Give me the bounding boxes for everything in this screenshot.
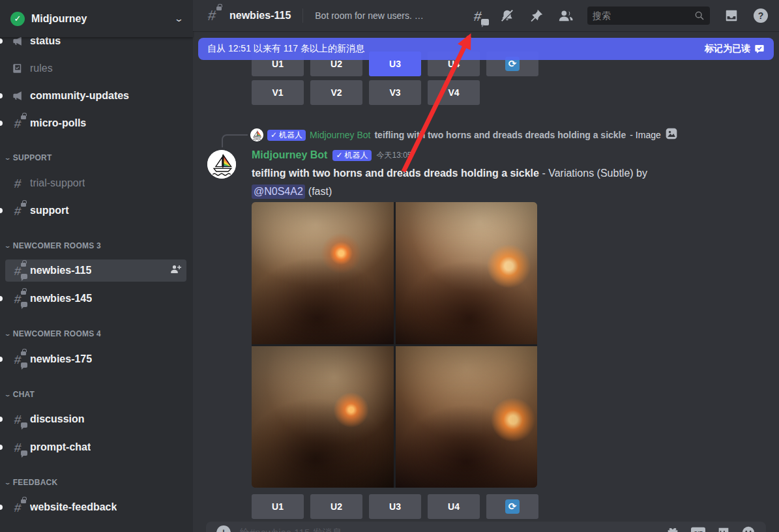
channel-topic[interactable]: Bot room for new users. … [315,10,424,21]
gif-picker-icon[interactable]: GIF [690,525,706,532]
category-support[interactable]: ⌄ SUPPORT [5,151,186,164]
hash-thread-icon: # [10,412,25,426]
server-header[interactable]: ✓ Midjourney ⌄ [0,0,193,37]
hash-lock-icon: # [10,500,25,514]
discord-app-window: status rules community-updates # micro-p… [0,0,779,532]
refresh-icon: ⟳ [505,499,520,514]
hash-lock-icon: # [10,203,25,218]
message-author[interactable]: Midjourney Bot [252,149,327,161]
megaphone-icon [10,89,25,103]
generated-image-quadrant-1[interactable] [252,202,394,344]
composer-icons: GIF [666,525,756,532]
message-input[interactable] [240,525,656,532]
new-messages-banner[interactable]: 自从 12:51 以来有 117 条以上的新消息 标记为已读 [198,38,774,60]
message-composer: + GIF [206,522,766,532]
search-input[interactable] [593,10,690,21]
category-label: NEWCOMER ROOMS 4 [13,329,101,338]
mark-as-read-button[interactable]: 标记为已读 [705,43,765,55]
hash-thread-icon: # [10,440,25,454]
category-newcomer-rooms-3[interactable]: ⌄ NEWCOMER ROOMS 3 [5,239,186,252]
sidebar-item-newbies-115[interactable]: # newbies-115 [5,259,186,282]
sidebar-item-micro-polls[interactable]: # micro-polls [5,112,186,134]
mark-read-icon [754,44,765,54]
reply-preview[interactable]: ✓机器人 Midjourney Bot teifling with two ho… [250,128,765,142]
v1-button[interactable]: V1 [252,80,304,105]
notifications-muted-icon[interactable] [499,8,515,23]
sidebar-item-support[interactable]: # support [5,200,186,222]
midjourney-bot-avatar[interactable] [207,150,236,179]
message-header: Midjourney Bot ✓机器人 今天13:05 [252,149,412,161]
v2-button[interactable]: V2 [310,80,362,105]
gift-icon[interactable] [666,525,680,532]
chevron-down-icon: ⌄ [4,155,12,161]
generated-image-quadrant-3[interactable] [252,346,394,488]
unread-indicator [0,357,3,362]
chevron-down-icon: ⌄ [174,14,184,23]
prompt-text: teifling with two horns and dreads dread… [252,168,539,179]
category-newcomer-rooms-4[interactable]: ⌄ NEWCOMER ROOMS 4 [5,327,186,340]
hash-lock-thread-icon: # [10,291,25,306]
reply-author[interactable]: Midjourney Bot [310,130,370,140]
search-box[interactable] [587,7,710,25]
hash-lock-icon: # [203,7,220,24]
divider [302,8,303,23]
unread-indicator [0,296,3,301]
sidebar-item-discussion[interactable]: # discussion [5,408,186,430]
chevron-down-icon: ⌄ [4,243,12,249]
sidebar-item-trial-support[interactable]: # trial-support [5,172,186,194]
threads-icon[interactable]: # [470,8,486,23]
attach-plus-icon[interactable]: + [216,525,231,532]
unread-indicator [0,121,3,126]
sidebar-item-website-feedback[interactable]: # website-feedback [5,496,186,518]
category-feedback[interactable]: ⌄ FEEDBACK [5,476,186,489]
unread-indicator [0,445,3,450]
user-mention[interactable]: @N0S4A2 [252,185,305,199]
u2-button[interactable]: U2 [310,494,362,519]
hash-lock-icon: # [10,116,25,130]
bot-badge: ✓机器人 [332,150,371,161]
unread-indicator [0,93,3,98]
hash-icon: # [10,176,25,190]
channel-label: newbies-145 [30,293,92,304]
v4-button[interactable]: V4 [428,80,480,105]
channel-topbar: # newbies-115 Bot room for new users. … … [193,0,779,31]
image-grid[interactable] [252,202,537,488]
u4-button[interactable]: U4 [428,494,480,519]
new-messages-text: 自从 12:51 以来有 117 条以上的新消息 [207,43,364,55]
generated-image-quadrant-4[interactable] [396,346,538,488]
sidebar-item-newbies-175[interactable]: # newbies-175 [5,348,186,370]
reroll-button[interactable]: ⟳ [486,494,538,519]
sticker-icon[interactable] [716,525,731,532]
channel-label: community-updates [30,90,129,102]
mode-text: (fast) [308,185,332,199]
unread-indicator [0,417,3,422]
generated-image-quadrant-2[interactable] [396,202,538,344]
u3-button[interactable]: U3 [369,494,421,519]
mark-as-read-label: 标记为已读 [705,43,750,55]
member-list-icon[interactable] [558,8,574,23]
emoji-icon[interactable] [741,525,756,532]
inbox-icon[interactable] [724,8,739,23]
help-icon[interactable]: ? [753,8,769,23]
u1-button[interactable]: U1 [252,494,304,519]
category-chat[interactable]: ⌄ CHAT [5,388,186,401]
sidebar-item-community-updates[interactable]: community-updates [5,85,186,107]
pinned-messages-icon[interactable] [529,8,544,23]
sidebar-item-newbies-145[interactable]: # newbies-145 [5,288,186,310]
variation-button-row: V1 V2 V3 V4 [252,80,480,105]
channel-label: discussion [30,413,85,425]
sidebar-item-rules[interactable]: rules [5,57,186,80]
channel-label: prompt-chat [30,441,91,453]
image-attachment-icon [665,128,678,142]
sidebar-item-prompt-chat[interactable]: # prompt-chat [5,436,186,458]
v3-button[interactable]: V3 [369,80,421,105]
bot-badge: ✓机器人 [267,130,306,141]
invite-member-icon[interactable] [169,263,181,278]
server-name: Midjourney [31,13,169,25]
hash-lock-thread-icon: # [10,263,25,278]
chevron-down-icon: ⌄ [4,479,12,486]
reply-spine [222,134,248,147]
unread-indicator [0,505,3,510]
meta-text: - Variations (Subtle) by [539,168,647,179]
channel-label: newbies-115 [30,265,91,276]
